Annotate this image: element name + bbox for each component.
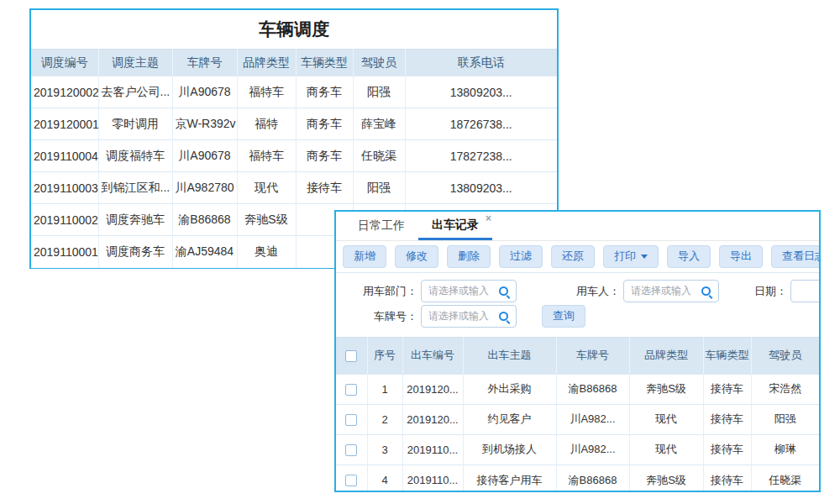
- dispatch-subject-link[interactable]: 零时调用: [98, 108, 172, 140]
- record-subject-link[interactable]: 约见客户: [463, 404, 556, 434]
- date-search-box: [790, 280, 821, 302]
- add-button[interactable]: 新增: [343, 245, 386, 268]
- dept-input[interactable]: [422, 285, 499, 297]
- date-label: 日期：: [752, 280, 787, 302]
- brand-cell: 现代: [629, 404, 703, 434]
- date-input[interactable]: [791, 285, 821, 297]
- dispatch-id-link[interactable]: 2019110003: [31, 172, 98, 204]
- tab-bar: 日常工作 出车记录 ×: [336, 212, 819, 241]
- record-id-link[interactable]: 2019110...: [402, 465, 463, 492]
- driver-link[interactable]: 阳强: [751, 404, 819, 434]
- plate-link[interactable]: 渝B86868: [556, 465, 629, 492]
- search-icon[interactable]: [701, 286, 711, 296]
- driver-link[interactable]: 任晓渠: [353, 140, 405, 172]
- dispatch-subject-link[interactable]: 调度奔驰车: [98, 204, 172, 236]
- plate-link[interactable]: 渝B86868: [172, 204, 237, 236]
- brand-cell: 福特车: [237, 76, 296, 108]
- record-id-link[interactable]: 2019120...: [402, 404, 463, 434]
- dispatch-subject-link[interactable]: 去客户公司...: [98, 76, 172, 108]
- dispatch-table-header-row: 调度编号 调度主题 车牌号 品牌类型 车辆类型 驾驶员 联系电话: [31, 50, 557, 76]
- row-checkbox[interactable]: [345, 444, 357, 456]
- driver-link[interactable]: 柳琳: [751, 434, 819, 465]
- column-header-driver: 驾驶员: [353, 50, 405, 76]
- plate-link[interactable]: 川A982780: [172, 172, 237, 204]
- phone-cell: 13809203...: [405, 76, 557, 108]
- dispatch-subject-link[interactable]: 调度商务车: [98, 236, 172, 268]
- column-header-dispatch-subject: 调度主题: [98, 50, 172, 76]
- record-id-link[interactable]: 2019110...: [402, 434, 463, 465]
- dispatch-id-link[interactable]: 2019110001: [31, 236, 98, 268]
- view-log-button[interactable]: 查看日志: [771, 245, 821, 268]
- plate-link[interactable]: 渝AJ59484: [172, 236, 237, 268]
- delete-button[interactable]: 删除: [447, 245, 491, 268]
- column-header-vehicle-type: 车辆类型: [296, 50, 353, 76]
- dispatch-id-link[interactable]: 2019120002: [31, 76, 98, 108]
- brand-cell: 现代: [237, 172, 296, 204]
- dispatch-id-link[interactable]: 2019110004: [31, 140, 98, 172]
- import-button[interactable]: 导入: [667, 245, 711, 268]
- index-cell: 1: [367, 374, 402, 404]
- brand-cell: 奔驰S级: [237, 204, 296, 236]
- dispatch-id-link[interactable]: 2019120001: [31, 108, 98, 140]
- record-subject-link[interactable]: 到机场接人: [463, 434, 556, 465]
- select-all-checkbox[interactable]: [345, 350, 357, 362]
- vehicle-type-cell: 接待车: [703, 404, 751, 434]
- plate-link[interactable]: 川A90678: [172, 76, 237, 108]
- edit-button[interactable]: 修改: [395, 245, 438, 268]
- record-subject-link[interactable]: 外出采购: [463, 374, 556, 404]
- brand-cell: 福特车: [237, 140, 296, 172]
- search-icon[interactable]: [499, 312, 508, 321]
- row-checkbox[interactable]: [345, 414, 357, 426]
- vehicle-type-cell: 接待车: [703, 374, 751, 404]
- driver-link[interactable]: 宋浩然: [751, 374, 819, 404]
- plate-link[interactable]: 川A90678: [172, 140, 237, 172]
- export-button[interactable]: 导出: [719, 245, 763, 268]
- dispatch-subject-link[interactable]: 调度福特车: [98, 140, 172, 172]
- plate-link[interactable]: 京W-R392v: [172, 108, 237, 140]
- restore-button[interactable]: 还原: [551, 245, 595, 268]
- column-header-driver: 驾驶员: [751, 337, 819, 374]
- user-label: 用车人：: [571, 280, 620, 302]
- user-input[interactable]: [624, 285, 701, 297]
- filter-button[interactable]: 过滤: [499, 245, 543, 268]
- checkbox-cell: [336, 404, 367, 434]
- brand-cell: 奔驰S级: [629, 465, 703, 492]
- brand-cell: 奥迪: [237, 236, 296, 268]
- phone-cell: 13809203...: [405, 172, 557, 204]
- tab-dispatch-records[interactable]: 出车记录 ×: [418, 212, 492, 240]
- plate-link[interactable]: 川A982...: [556, 404, 629, 434]
- vehicle-type-cell: 商务车: [296, 140, 353, 172]
- plate-link[interactable]: 渝B86868: [556, 374, 629, 404]
- table-row: 2019110003 到锦江区和... 川A982780 现代 接待车 阳强 1…: [31, 172, 557, 204]
- query-button[interactable]: 查询: [542, 305, 585, 328]
- table-row: 2019120002 去客户公司... 川A90678 福特车 商务车 阳强 1…: [31, 76, 557, 108]
- dept-label: 用车部门：: [336, 280, 417, 302]
- dispatch-subject-link[interactable]: 到锦江区和...: [98, 172, 172, 204]
- driver-link[interactable]: 阳强: [353, 76, 405, 108]
- driver-link[interactable]: 阳强: [353, 172, 405, 204]
- page-title: 车辆调度: [31, 10, 557, 49]
- driver-link[interactable]: 薛宝峰: [353, 108, 405, 140]
- tab-label: 日常工作: [358, 218, 405, 234]
- table-row: 2 2019120... 约见客户 川A982... 现代 接待车 阳强: [336, 404, 819, 434]
- phone-cell: 18726738...: [405, 108, 557, 140]
- record-subject-link[interactable]: 接待客户用车: [463, 465, 556, 492]
- driver-link[interactable]: 任晓渠: [751, 465, 819, 492]
- record-id-link[interactable]: 2019120...: [402, 374, 463, 404]
- plate-link[interactable]: 川A982...: [556, 434, 629, 465]
- brand-cell: 现代: [629, 434, 703, 465]
- row-checkbox[interactable]: [345, 384, 357, 396]
- column-header-index: 序号: [367, 337, 402, 374]
- search-icon[interactable]: [499, 286, 508, 296]
- row-checkbox[interactable]: [345, 475, 357, 486]
- brand-cell: 福特: [237, 108, 296, 140]
- tab-close-icon[interactable]: ×: [486, 213, 491, 223]
- table-row: 3 2019110... 到机场接人 川A982... 现代 接待车 柳琳: [336, 434, 819, 465]
- plate-input[interactable]: [422, 310, 499, 322]
- tab-daily-work[interactable]: 日常工作: [344, 212, 418, 240]
- vehicle-type-cell: 商务车: [296, 76, 353, 108]
- vehicle-type-cell: 接待车: [296, 172, 353, 204]
- print-dropdown-button[interactable]: 打印: [603, 245, 659, 268]
- dispatch-id-link[interactable]: 2019110002: [31, 204, 98, 236]
- column-header-record-subject: 出车主题: [463, 337, 556, 374]
